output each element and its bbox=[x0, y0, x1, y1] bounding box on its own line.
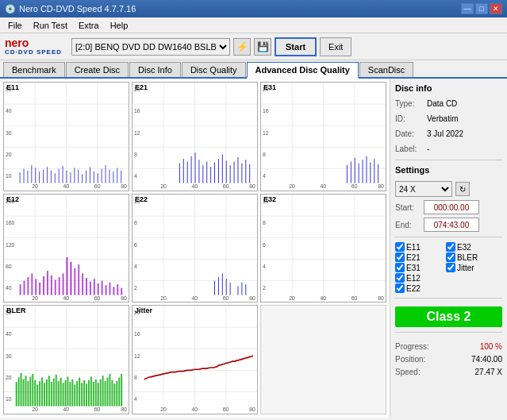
cb-E31-input[interactable] bbox=[395, 263, 405, 272]
svg-text:8: 8 bbox=[263, 219, 266, 227]
svg-rect-204 bbox=[21, 373, 22, 407]
svg-text:30: 30 bbox=[6, 129, 12, 137]
svg-rect-135 bbox=[82, 273, 83, 295]
tab-disc-info[interactable]: Disc Info bbox=[129, 62, 181, 77]
svg-rect-24 bbox=[51, 171, 52, 183]
date-value: 3 Jul 2022 bbox=[427, 128, 463, 140]
cb-E12-input[interactable] bbox=[395, 273, 405, 283]
title-bar-controls[interactable]: — □ ✕ bbox=[461, 3, 502, 14]
chart-E11-title: E11 bbox=[6, 83, 19, 91]
drive-selector[interactable]: [2:0] BENQ DVD DD DW1640 BSLB bbox=[71, 38, 230, 56]
maximize-button[interactable]: □ bbox=[475, 3, 488, 14]
tab-scandisc[interactable]: ScanDisc bbox=[359, 62, 413, 77]
cb-E31[interactable]: E31 bbox=[395, 263, 443, 272]
svg-rect-75 bbox=[241, 164, 242, 183]
toolbar-icon-btn2[interactable]: 💾 bbox=[254, 38, 271, 56]
svg-text:12: 12 bbox=[134, 129, 140, 137]
svg-rect-228 bbox=[76, 381, 78, 407]
cb-E32-input[interactable] bbox=[446, 242, 455, 252]
speed-selector[interactable]: 24 X bbox=[395, 181, 452, 197]
cb-Jitter-input[interactable] bbox=[446, 263, 455, 272]
chart-BLER: BLER 50 40 30 20 10 20 40 60 80 bbox=[3, 305, 129, 414]
svg-text:60: 60 bbox=[351, 295, 358, 302]
svg-text:40: 40 bbox=[321, 295, 327, 302]
svg-rect-202 bbox=[16, 382, 17, 407]
svg-rect-16 bbox=[20, 172, 21, 183]
chart-E12-svg: 200 160 120 80 40 20 40 60 80 bbox=[4, 195, 129, 302]
tab-disc-quality[interactable]: Disc Quality bbox=[182, 62, 246, 77]
svg-rect-237 bbox=[98, 383, 99, 407]
svg-rect-169 bbox=[245, 284, 246, 295]
svg-text:120: 120 bbox=[6, 241, 14, 249]
svg-rect-131 bbox=[67, 257, 68, 295]
svg-rect-26 bbox=[59, 169, 60, 183]
menu-run-test[interactable]: Run Test bbox=[29, 19, 72, 32]
chart-Jitter: Jitter 20 16 12 8 4 20 40 60 80 bbox=[132, 305, 258, 414]
toolbar: nero CD·DVD SPEED [2:0] BENQ DVD DD DW16… bbox=[0, 33, 507, 60]
toolbar-icon-btn1[interactable]: ⚡ bbox=[233, 38, 251, 56]
svg-rect-27 bbox=[63, 166, 63, 183]
svg-rect-74 bbox=[237, 157, 238, 183]
svg-rect-65 bbox=[202, 165, 203, 183]
menu-help[interactable]: Help bbox=[106, 19, 133, 32]
svg-text:2: 2 bbox=[134, 283, 137, 291]
svg-rect-35 bbox=[94, 171, 94, 183]
minimize-button[interactable]: — bbox=[461, 3, 474, 14]
end-time-input[interactable] bbox=[424, 218, 479, 232]
svg-rect-67 bbox=[210, 167, 211, 183]
chart-E22: E22 10 8 6 4 2 20 40 60 80 bbox=[132, 194, 258, 303]
svg-rect-29 bbox=[70, 172, 71, 183]
svg-rect-23 bbox=[47, 167, 48, 183]
svg-text:80: 80 bbox=[6, 262, 12, 270]
svg-text:4: 4 bbox=[263, 171, 266, 179]
svg-rect-96 bbox=[355, 158, 355, 183]
cb-E11-input[interactable] bbox=[395, 242, 405, 252]
cb-E31-label: E31 bbox=[406, 264, 421, 272]
exit-button[interactable]: Exit bbox=[320, 37, 351, 56]
svg-text:60: 60 bbox=[94, 406, 101, 414]
cb-E21-input[interactable] bbox=[395, 252, 405, 262]
svg-rect-208 bbox=[29, 377, 31, 407]
app-icon: 💿 bbox=[5, 4, 16, 14]
cb-E32[interactable]: E32 bbox=[446, 242, 494, 252]
svg-rect-38 bbox=[106, 165, 106, 183]
cb-BLER[interactable]: BLER bbox=[446, 252, 494, 262]
svg-rect-19 bbox=[31, 165, 32, 183]
svg-rect-61 bbox=[187, 161, 188, 183]
svg-rect-222 bbox=[63, 383, 64, 407]
svg-rect-206 bbox=[25, 376, 26, 407]
tab-advanced-disc-quality[interactable]: Advanced Disc Quality bbox=[247, 62, 359, 79]
svg-rect-124 bbox=[39, 282, 40, 295]
logo-text: nero bbox=[5, 37, 62, 48]
chart-empty bbox=[260, 305, 386, 414]
chart-E22-title: E22 bbox=[135, 195, 148, 203]
svg-text:12: 12 bbox=[134, 352, 140, 360]
disc-label-row: Label: - bbox=[395, 143, 502, 155]
svg-text:40: 40 bbox=[192, 406, 198, 414]
cb-E11[interactable]: E11 bbox=[395, 242, 443, 252]
main-content: E11 50 40 30 20 10 20 40 60 80 bbox=[0, 79, 507, 418]
progress-row: Progress: 100 % bbox=[395, 341, 502, 353]
svg-text:80: 80 bbox=[249, 183, 255, 191]
close-button[interactable]: ✕ bbox=[490, 3, 502, 14]
start-button[interactable]: Start bbox=[275, 37, 317, 56]
cb-E21[interactable]: E21 bbox=[395, 252, 443, 262]
svg-text:10: 10 bbox=[6, 395, 12, 403]
cb-BLER-input[interactable] bbox=[446, 252, 455, 262]
cb-Jitter[interactable]: Jitter bbox=[446, 263, 494, 272]
svg-rect-140 bbox=[102, 280, 103, 295]
svg-rect-133 bbox=[74, 268, 75, 295]
menu-extra[interactable]: Extra bbox=[74, 19, 104, 32]
start-time-input[interactable] bbox=[424, 200, 479, 214]
cb-E12[interactable]: E12 bbox=[395, 273, 443, 283]
cb-E22-input[interactable] bbox=[395, 283, 405, 293]
menu-file[interactable]: File bbox=[3, 19, 27, 32]
tab-create-disc[interactable]: Create Disc bbox=[66, 62, 129, 77]
chart-E22-svg: 10 8 6 4 2 20 40 60 80 bbox=[133, 195, 257, 302]
refresh-button[interactable]: ↻ bbox=[455, 182, 470, 196]
cb-E22[interactable]: E22 bbox=[395, 283, 443, 293]
svg-rect-144 bbox=[117, 284, 118, 295]
svg-text:80: 80 bbox=[121, 183, 127, 191]
tab-benchmark[interactable]: Benchmark bbox=[3, 62, 65, 77]
svg-rect-22 bbox=[43, 170, 44, 183]
